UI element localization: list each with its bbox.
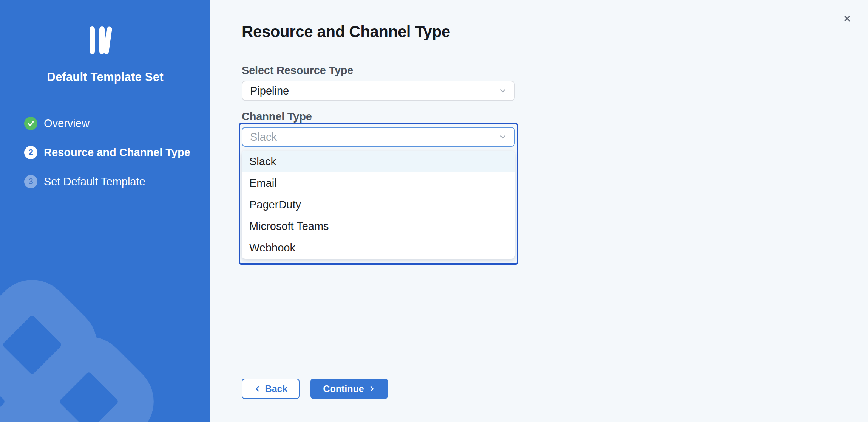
resource-type-label: Select Resource Type (242, 64, 353, 77)
step-resource-and-channel-type[interactable]: 2 Resource and Channel Type (24, 145, 190, 160)
step-set-default-template[interactable]: 3 Set Default Template (24, 174, 145, 189)
close-button[interactable] (839, 10, 856, 27)
step-label: Resource and Channel Type (44, 146, 190, 159)
chevron-right-icon (368, 385, 375, 393)
wizard-modal: Default Template Set Overview 2 Resource… (0, 0, 868, 422)
resource-type-select[interactable]: Pipeline (242, 81, 515, 101)
resource-type-value: Pipeline (242, 85, 498, 97)
wizard-title: Default Template Set (0, 70, 210, 84)
chain-links-watermark-icon (0, 259, 210, 422)
back-button-label: Back (265, 383, 288, 394)
chevron-down-icon (498, 86, 507, 95)
back-button[interactable]: Back (242, 379, 300, 399)
menu-option-webhook[interactable]: Webhook (242, 237, 515, 259)
channel-type-focus-ring: Slack Slack Email PagerDuty Microsoft Te… (239, 123, 518, 265)
channel-type-menu: Slack Email PagerDuty Microsoft Teams We… (242, 151, 515, 259)
step-label: Set Default Template (44, 175, 145, 188)
chevron-left-icon (254, 385, 261, 393)
channel-type-select[interactable]: Slack (242, 127, 515, 147)
step-number: 3 (24, 175, 37, 188)
x-icon (842, 13, 853, 24)
chevron-down-icon (498, 132, 507, 141)
check-icon (24, 117, 37, 130)
continue-button-label: Continue (323, 383, 364, 394)
step-number: 2 (24, 146, 37, 159)
wizard-sidebar: Default Template Set Overview 2 Resource… (0, 0, 210, 422)
page-title: Resource and Channel Type (242, 23, 450, 41)
menu-option-slack[interactable]: Slack (242, 151, 515, 172)
step-label: Overview (44, 117, 90, 130)
menu-option-microsoft-teams[interactable]: Microsoft Teams (242, 216, 515, 237)
books-logo-icon (90, 26, 124, 54)
menu-option-pagerduty[interactable]: PagerDuty (242, 194, 515, 216)
menu-option-email[interactable]: Email (242, 172, 515, 194)
step-overview[interactable]: Overview (24, 116, 90, 130)
continue-button[interactable]: Continue (310, 379, 388, 399)
channel-type-value: Slack (242, 131, 498, 143)
channel-type-label: Channel Type (242, 110, 312, 123)
